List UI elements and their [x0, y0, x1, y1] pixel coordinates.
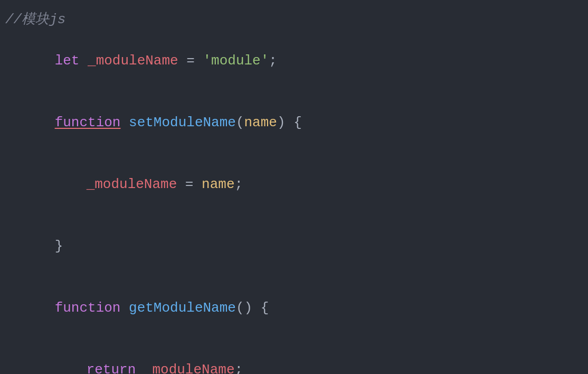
set-function-line: function setModuleName(name) { [5, 92, 583, 154]
module-name-var2: _moduleName [87, 176, 177, 192]
name-param2: name [202, 176, 234, 192]
comment-line-1: //模块js [5, 10, 583, 30]
get-function-line: function getModuleName() { [5, 277, 583, 339]
paren1: ( [236, 115, 244, 130]
semicolon2: ; [235, 176, 243, 192]
close-brace-1: } [5, 216, 583, 277]
return-keyword: return [87, 362, 136, 374]
get-function-name: getModuleName [129, 300, 236, 316]
function-keyword-1: function [55, 115, 121, 130]
space3 [136, 362, 144, 374]
name-param: name [244, 115, 277, 130]
semicolon1: ; [269, 53, 277, 69]
space1 [120, 115, 129, 130]
return-line: return _moduleName; [5, 339, 583, 374]
paren2: () { [236, 300, 269, 316]
set-function-name: setModuleName [129, 115, 236, 130]
module-name-var3: _moduleName [144, 362, 235, 374]
let-keyword: let [55, 53, 88, 69]
function-keyword-2: function [55, 300, 121, 316]
module-section: //模块js let _moduleName = 'module'; funct… [0, 0, 588, 374]
module-name-var: _moduleName [88, 53, 178, 69]
let-line: let _moduleName = 'module'; [5, 30, 583, 92]
space2 [120, 300, 129, 316]
equals-op: = [178, 53, 203, 69]
editor-container: //模块js let _moduleName = 'module'; funct… [0, 0, 588, 374]
brace-open1: ) { [277, 115, 302, 130]
close1: } [55, 238, 63, 254]
module-string: 'module' [203, 53, 269, 69]
semicolon3: ; [235, 362, 243, 374]
assign-line: _moduleName = name; [5, 154, 583, 216]
equals2: = [177, 176, 202, 192]
